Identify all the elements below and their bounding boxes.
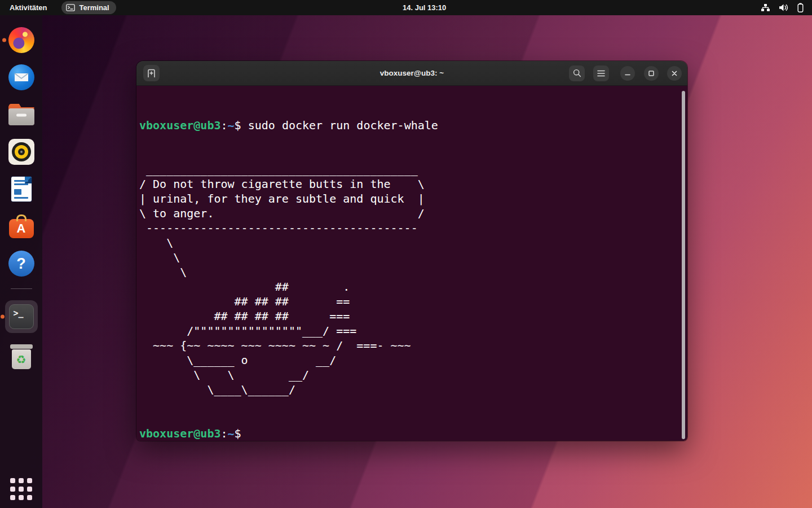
command-text: sudo docker run docker-whale <box>248 119 438 132</box>
terminal-icon: >_ <box>9 304 34 329</box>
firefox-icon <box>8 27 34 53</box>
dock-item-firefox[interactable] <box>8 27 35 54</box>
prompt-user-host: vboxuser@ub3 <box>139 119 221 132</box>
activities-button[interactable]: Aktivitäten <box>10 3 47 12</box>
close-button[interactable] <box>667 66 682 81</box>
window-title: vboxuser@ub3: ~ <box>380 69 444 77</box>
dock-item-thunderbird[interactable] <box>8 64 35 91</box>
terminal-window-icon <box>66 4 75 11</box>
search-button[interactable] <box>569 65 585 81</box>
new-tab-icon <box>146 68 157 78</box>
terminal-window: vboxuser@ub3: ~ <box>136 61 687 441</box>
maximize-button[interactable] <box>644 66 659 81</box>
page-image-placeholder <box>14 189 21 195</box>
search-icon <box>573 69 581 77</box>
scrollbar[interactable] <box>682 91 685 439</box>
focused-app-button[interactable]: Terminal <box>61 1 116 14</box>
prompt-line-command: vboxuser@ub3:~$ sudo docker run docker-w… <box>139 118 687 133</box>
rhythmbox-icon <box>8 139 34 165</box>
dock-item-ubuntu-software[interactable]: A <box>8 213 35 240</box>
dock-item-help[interactable]: ? <box>8 250 35 277</box>
help-icon: ? <box>8 251 34 277</box>
top-bar: Aktivitäten Terminal 14. Jul 13:10 <box>0 0 812 15</box>
dock-item-libreoffice-writer[interactable] <box>8 176 35 203</box>
terminal-output-ascii-art: ________________________________________… <box>139 162 687 397</box>
running-indicator-dot <box>2 38 6 42</box>
running-indicator-dot <box>1 315 5 319</box>
focused-app-label: Terminal <box>79 3 109 12</box>
dock: A ? >_ ♻ <box>0 15 42 508</box>
ubuntu-software-icon: A <box>9 219 34 238</box>
dock-item-files[interactable] <box>8 101 35 128</box>
prompt-user-host: vboxuser@ub3 <box>139 427 221 440</box>
titlebar[interactable]: vboxuser@ub3: ~ <box>136 61 687 86</box>
thunderbird-icon <box>8 64 34 90</box>
network-wired-icon <box>761 3 770 12</box>
folder-body <box>8 108 34 125</box>
new-tab-button[interactable] <box>143 65 160 81</box>
titlebar-controls <box>569 65 682 81</box>
system-status-area[interactable] <box>752 0 812 15</box>
trash-icon: ♻ <box>10 344 33 369</box>
prompt-separator: : <box>221 427 228 440</box>
hamburger-menu-icon <box>597 70 605 77</box>
volume-icon <box>779 3 789 12</box>
suitcase-handle <box>16 214 27 221</box>
prompt-symbol: $ <box>235 427 248 440</box>
libreoffice-writer-icon <box>11 177 32 202</box>
prompt-path: ~ <box>228 119 235 132</box>
close-icon <box>671 70 678 77</box>
clock[interactable]: 14. Jul 13:10 <box>403 0 446 15</box>
dock-item-rhythmbox[interactable] <box>8 138 35 165</box>
minimize-button[interactable] <box>620 66 635 81</box>
prompt-line-current: vboxuser@ub3:~$ <box>139 426 687 441</box>
files-icon <box>8 104 34 125</box>
prompt-path: ~ <box>228 427 235 440</box>
show-apps-button[interactable] <box>10 478 32 500</box>
dock-item-trash[interactable]: ♻ <box>8 343 35 370</box>
prompt-separator: : <box>221 119 228 132</box>
folder-slot <box>16 113 27 116</box>
dock-separator <box>11 288 32 289</box>
terminal-body[interactable]: vboxuser@ub3:~$ sudo docker run docker-w… <box>136 86 687 441</box>
terminal-text: vboxuser@ub3:~$ sudo docker run docker-w… <box>136 86 687 441</box>
dock-item-terminal[interactable]: >_ <box>5 300 38 333</box>
battery-icon <box>797 3 804 12</box>
menu-button[interactable] <box>593 65 609 81</box>
minimize-icon <box>624 70 631 77</box>
prompt-symbol: $ <box>235 119 248 132</box>
maximize-icon <box>648 70 655 77</box>
